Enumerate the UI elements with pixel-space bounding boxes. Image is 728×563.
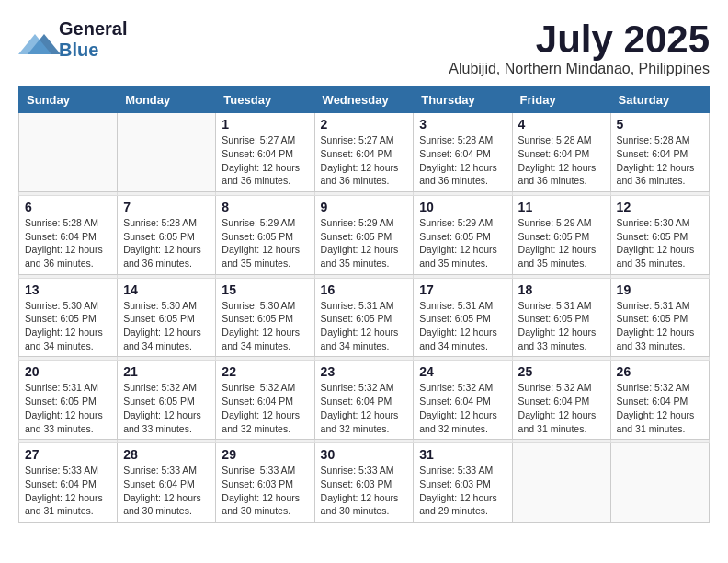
day-number: 1 (222, 117, 308, 132)
calendar-week-row: 6Sunrise: 5:28 AMSunset: 6:04 PMDaylight… (19, 195, 710, 274)
day-info: Sunrise: 5:32 AMSunset: 6:05 PMDaylight:… (123, 381, 210, 435)
day-info: Sunrise: 5:30 AMSunset: 6:05 PMDaylight:… (123, 299, 210, 353)
calendar-cell: 15Sunrise: 5:30 AMSunset: 6:05 PMDayligh… (216, 278, 314, 357)
calendar-cell: 13Sunrise: 5:30 AMSunset: 6:05 PMDayligh… (19, 278, 118, 357)
weekday-header: Friday (512, 87, 610, 113)
calendar-cell: 29Sunrise: 5:33 AMSunset: 6:03 PMDayligh… (216, 443, 314, 523)
day-info: Sunrise: 5:33 AMSunset: 6:03 PMDaylight:… (321, 464, 408, 518)
title-block: July 2025 Alubijid, Northern Mindanao, P… (449, 18, 710, 77)
day-info: Sunrise: 5:31 AMSunset: 6:05 PMDaylight:… (25, 381, 111, 435)
page-header: General Blue July 2025 Alubijid, Norther… (18, 18, 710, 77)
location: Alubijid, Northern Mindanao, Philippines (449, 61, 710, 77)
day-number: 24 (419, 364, 506, 379)
day-number: 22 (222, 364, 308, 379)
day-number: 13 (25, 282, 111, 297)
day-number: 19 (617, 282, 703, 297)
logo-icon (18, 27, 55, 52)
day-info: Sunrise: 5:29 AMSunset: 6:05 PMDaylight:… (419, 216, 506, 270)
day-number: 23 (321, 364, 408, 379)
day-number: 29 (222, 447, 308, 462)
day-info: Sunrise: 5:29 AMSunset: 6:05 PMDaylight:… (321, 216, 408, 270)
day-info: Sunrise: 5:32 AMSunset: 6:04 PMDaylight:… (518, 381, 605, 435)
calendar-week-row: 20Sunrise: 5:31 AMSunset: 6:05 PMDayligh… (19, 361, 710, 440)
day-number: 31 (419, 447, 506, 462)
weekday-header: Tuesday (216, 87, 314, 113)
day-info: Sunrise: 5:31 AMSunset: 6:05 PMDaylight:… (617, 299, 703, 353)
day-info: Sunrise: 5:33 AMSunset: 6:03 PMDaylight:… (222, 464, 308, 518)
calendar-week-row: 13Sunrise: 5:30 AMSunset: 6:05 PMDayligh… (19, 278, 710, 357)
day-info: Sunrise: 5:31 AMSunset: 6:05 PMDaylight:… (518, 299, 605, 353)
calendar-cell: 24Sunrise: 5:32 AMSunset: 6:04 PMDayligh… (414, 361, 512, 440)
day-info: Sunrise: 5:29 AMSunset: 6:05 PMDaylight:… (222, 216, 308, 270)
calendar-header-row: SundayMondayTuesdayWednesdayThursdayFrid… (19, 87, 710, 113)
day-number: 28 (123, 447, 210, 462)
day-info: Sunrise: 5:28 AMSunset: 6:04 PMDaylight:… (25, 216, 111, 270)
calendar-cell: 23Sunrise: 5:32 AMSunset: 6:04 PMDayligh… (314, 361, 414, 440)
logo-general: General (59, 18, 127, 40)
calendar-cell: 25Sunrise: 5:32 AMSunset: 6:04 PMDayligh… (512, 361, 610, 440)
day-number: 25 (518, 364, 605, 379)
calendar-cell: 11Sunrise: 5:29 AMSunset: 6:05 PMDayligh… (512, 195, 610, 274)
calendar-cell: 18Sunrise: 5:31 AMSunset: 6:05 PMDayligh… (512, 278, 610, 357)
day-info: Sunrise: 5:28 AMSunset: 6:04 PMDaylight:… (518, 133, 605, 188)
calendar-cell (19, 113, 118, 192)
weekday-header: Monday (118, 87, 216, 113)
day-number: 30 (321, 447, 408, 462)
day-number: 17 (419, 282, 506, 297)
calendar-cell: 9Sunrise: 5:29 AMSunset: 6:05 PMDaylight… (314, 195, 414, 274)
calendar-cell: 12Sunrise: 5:30 AMSunset: 6:05 PMDayligh… (610, 195, 709, 274)
day-info: Sunrise: 5:27 AMSunset: 6:04 PMDaylight:… (222, 133, 308, 188)
logo: General Blue (18, 18, 127, 61)
logo-text-block: General Blue (59, 18, 127, 61)
day-info: Sunrise: 5:32 AMSunset: 6:04 PMDaylight:… (321, 381, 408, 435)
day-number: 3 (419, 117, 506, 132)
calendar-cell (610, 443, 709, 523)
day-number: 14 (123, 282, 210, 297)
day-number: 18 (518, 282, 605, 297)
day-number: 16 (321, 282, 408, 297)
day-number: 8 (222, 200, 308, 214)
weekday-header: Saturday (610, 87, 709, 113)
calendar-cell: 27Sunrise: 5:33 AMSunset: 6:04 PMDayligh… (19, 443, 118, 523)
day-number: 27 (25, 447, 111, 462)
day-number: 11 (518, 200, 605, 214)
calendar-cell: 8Sunrise: 5:29 AMSunset: 6:05 PMDaylight… (216, 195, 314, 274)
day-info: Sunrise: 5:28 AMSunset: 6:04 PMDaylight:… (419, 133, 506, 188)
day-info: Sunrise: 5:32 AMSunset: 6:04 PMDaylight:… (617, 381, 703, 435)
calendar-cell: 16Sunrise: 5:31 AMSunset: 6:05 PMDayligh… (314, 278, 414, 357)
day-info: Sunrise: 5:30 AMSunset: 6:05 PMDaylight:… (617, 216, 703, 270)
day-info: Sunrise: 5:31 AMSunset: 6:05 PMDaylight:… (321, 299, 408, 353)
day-number: 2 (321, 117, 408, 132)
calendar-cell: 21Sunrise: 5:32 AMSunset: 6:05 PMDayligh… (118, 361, 216, 440)
calendar-cell: 5Sunrise: 5:28 AMSunset: 6:04 PMDaylight… (610, 113, 709, 192)
calendar-cell: 30Sunrise: 5:33 AMSunset: 6:03 PMDayligh… (314, 443, 414, 523)
weekday-header: Wednesday (314, 87, 414, 113)
day-number: 10 (419, 200, 506, 214)
day-info: Sunrise: 5:27 AMSunset: 6:04 PMDaylight:… (321, 133, 408, 188)
calendar-cell: 28Sunrise: 5:33 AMSunset: 6:04 PMDayligh… (118, 443, 216, 523)
calendar-cell: 22Sunrise: 5:32 AMSunset: 6:04 PMDayligh… (216, 361, 314, 440)
calendar-week-row: 27Sunrise: 5:33 AMSunset: 6:04 PMDayligh… (19, 443, 710, 523)
day-number: 15 (222, 282, 308, 297)
day-number: 21 (123, 364, 210, 379)
day-info: Sunrise: 5:30 AMSunset: 6:05 PMDaylight:… (222, 299, 308, 353)
calendar-cell: 20Sunrise: 5:31 AMSunset: 6:05 PMDayligh… (19, 361, 118, 440)
day-number: 26 (617, 364, 703, 379)
day-number: 20 (25, 364, 111, 379)
calendar-cell: 31Sunrise: 5:33 AMSunset: 6:03 PMDayligh… (414, 443, 512, 523)
day-number: 7 (123, 200, 210, 214)
calendar-cell: 17Sunrise: 5:31 AMSunset: 6:05 PMDayligh… (414, 278, 512, 357)
day-info: Sunrise: 5:32 AMSunset: 6:04 PMDaylight:… (222, 381, 308, 435)
day-number: 5 (617, 117, 703, 132)
calendar-week-row: 1Sunrise: 5:27 AMSunset: 6:04 PMDaylight… (19, 113, 710, 192)
day-info: Sunrise: 5:28 AMSunset: 6:05 PMDaylight:… (123, 216, 210, 270)
calendar-table: SundayMondayTuesdayWednesdayThursdayFrid… (18, 86, 710, 523)
calendar-cell: 10Sunrise: 5:29 AMSunset: 6:05 PMDayligh… (414, 195, 512, 274)
month-title: July 2025 (449, 18, 710, 61)
day-info: Sunrise: 5:30 AMSunset: 6:05 PMDaylight:… (25, 299, 111, 353)
calendar-cell (512, 443, 610, 523)
day-info: Sunrise: 5:32 AMSunset: 6:04 PMDaylight:… (419, 381, 506, 435)
day-info: Sunrise: 5:29 AMSunset: 6:05 PMDaylight:… (518, 216, 605, 270)
weekday-header: Sunday (19, 87, 118, 113)
calendar-cell: 3Sunrise: 5:28 AMSunset: 6:04 PMDaylight… (414, 113, 512, 192)
